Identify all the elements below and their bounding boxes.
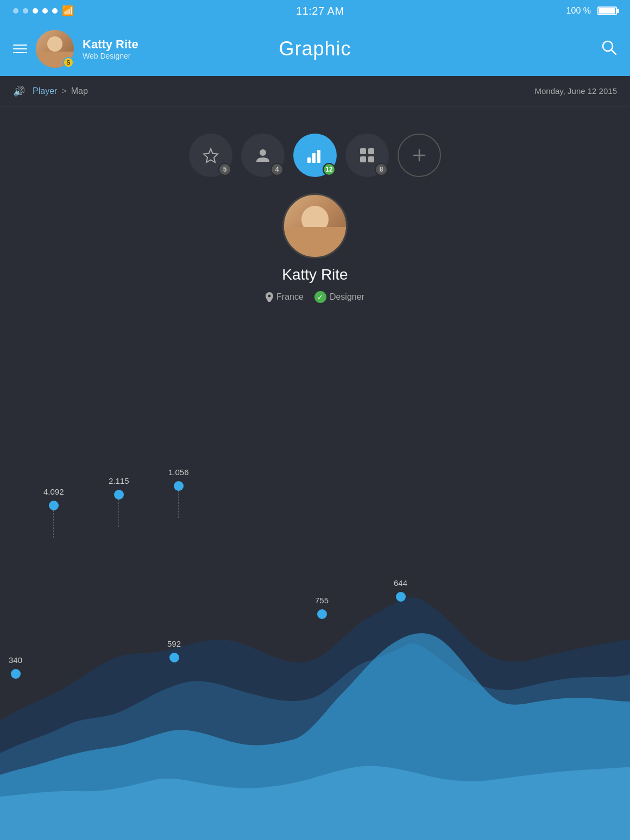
- icon-tabs: 5 4 12 8: [0, 106, 630, 193]
- user-name: Katty Rite: [83, 37, 138, 52]
- tab-badge-grid: 8: [375, 163, 388, 176]
- battery-fill: [599, 8, 615, 14]
- location-label: France: [276, 292, 304, 302]
- breadcrumb-map[interactable]: Map: [71, 86, 88, 96]
- profile-avatar: [282, 193, 348, 258]
- svg-rect-6: [317, 150, 320, 163]
- hamburger-line-1: [13, 45, 27, 46]
- tab-badge-person: 4: [270, 163, 284, 176]
- area-chart: [0, 460, 630, 840]
- breadcrumb-bar: 🔊 Player > Map Monday, June 12 2015: [0, 76, 630, 106]
- profile-section: Katty Rite France ✓ Designer: [0, 193, 630, 303]
- status-left: 📶: [13, 5, 74, 17]
- user-role: Web Designer: [83, 52, 138, 60]
- data-dot-592: [169, 653, 179, 662]
- signal-dot-5: [52, 8, 58, 14]
- signal-dot-3: [33, 8, 38, 14]
- tab-chart[interactable]: 12: [293, 134, 337, 177]
- tab-badge-chart: 12: [323, 163, 336, 176]
- svg-rect-8: [368, 148, 374, 154]
- header-date: Monday, June 12 2015: [534, 86, 617, 96]
- svg-rect-4: [307, 157, 311, 163]
- hamburger-line-2: [13, 48, 27, 49]
- search-button[interactable]: [601, 39, 617, 59]
- tab-star[interactable]: 5: [189, 134, 232, 177]
- status-time: 11:27 AM: [296, 5, 344, 17]
- avatar-wrapper: S: [36, 30, 74, 68]
- svg-rect-9: [360, 156, 366, 162]
- profile-role: ✓ Designer: [314, 291, 364, 303]
- tab-person[interactable]: 4: [241, 134, 285, 177]
- svg-line-1: [612, 50, 616, 54]
- hamburger-line-3: [13, 52, 27, 53]
- profile-location: France: [266, 292, 304, 302]
- signal-dot-1: [13, 8, 18, 14]
- signal-dot-2: [23, 8, 28, 14]
- data-dot-340: [11, 669, 21, 679]
- svg-point-3: [260, 149, 266, 156]
- avatar-badge: S: [63, 57, 74, 68]
- data-dot-755: [317, 609, 327, 619]
- data-dot-1056: [174, 481, 184, 491]
- data-dot-2115: [114, 490, 124, 500]
- svg-rect-10: [368, 156, 374, 162]
- profile-name: Katty Rite: [282, 266, 348, 283]
- tab-grid[interactable]: 8: [345, 134, 389, 177]
- tab-badge-star: 5: [218, 163, 231, 176]
- data-dot-644: [396, 592, 406, 602]
- battery-percent: 100 %: [566, 6, 591, 16]
- data-dot-4092: [49, 501, 59, 510]
- status-right: 100 %: [566, 6, 617, 16]
- user-info: Katty Rite Web Designer: [83, 37, 138, 60]
- profile-meta: France ✓ Designer: [266, 291, 364, 303]
- hamburger-menu[interactable]: [13, 45, 27, 53]
- role-check-icon: ✓: [314, 291, 326, 303]
- chart-area: 4.092 2.115 1.056 755 644 340: [0, 460, 630, 840]
- breadcrumb-separator: >: [61, 86, 66, 96]
- app-header: S Katty Rite Web Designer Graphic: [0, 22, 630, 76]
- main-content: 5 4 12 8: [0, 106, 630, 840]
- svg-rect-5: [312, 153, 316, 163]
- page-title: Graphic: [279, 37, 351, 60]
- wifi-icon: 📶: [62, 5, 74, 17]
- breadcrumb: 🔊 Player > Map: [13, 85, 88, 97]
- svg-marker-2: [204, 149, 218, 162]
- speaker-icon: 🔊: [13, 85, 25, 97]
- svg-rect-7: [360, 148, 366, 154]
- role-label: Designer: [330, 292, 364, 302]
- status-bar: 📶 11:27 AM 100 %: [0, 0, 630, 22]
- breadcrumb-player[interactable]: Player: [33, 86, 57, 96]
- tab-add[interactable]: [398, 134, 441, 177]
- battery-bar: [597, 7, 617, 15]
- header-left: S Katty Rite Web Designer: [13, 30, 138, 68]
- signal-dot-4: [42, 8, 48, 14]
